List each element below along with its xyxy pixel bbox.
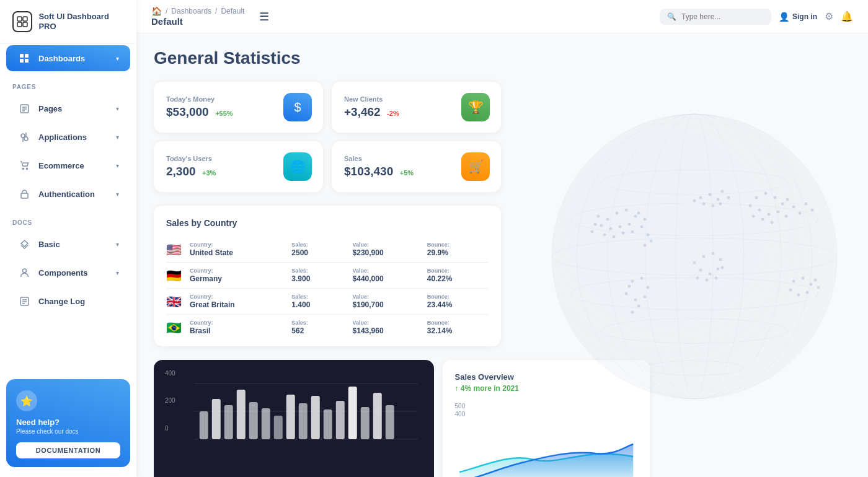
sidebar-item-pages[interactable]: Pages ▾ bbox=[6, 95, 130, 121]
hamburger-icon[interactable]: ☰ bbox=[259, 10, 269, 24]
value-col-gb: Value: $190,700 bbox=[353, 294, 421, 309]
bounce-col-gb: Bounce: 23.44% bbox=[427, 294, 489, 309]
stat-card-clients: New Clients +3,462 -2% 🏆 bbox=[332, 82, 501, 133]
svg-rect-122 bbox=[311, 396, 320, 439]
sidebar-item-label-auth: Authentication bbox=[38, 190, 108, 199]
stat-sales-icon: 🛒 bbox=[461, 152, 490, 181]
sign-in-button[interactable]: 👤 Sign in bbox=[779, 12, 817, 22]
page-breadcrumb-title: Default bbox=[151, 16, 244, 27]
main-content: 🏠 / Dashboards / Default Default ☰ 🔍 👤 S… bbox=[136, 0, 868, 477]
country-name-usa: United State bbox=[190, 248, 285, 257]
svg-point-42 bbox=[600, 224, 603, 227]
svg-rect-5 bbox=[25, 54, 29, 58]
svg-point-27 bbox=[601, 170, 787, 195]
svg-rect-114 bbox=[212, 399, 221, 439]
pages-icon bbox=[17, 102, 31, 115]
svg-point-59 bbox=[644, 295, 647, 299]
svg-point-17 bbox=[26, 168, 27, 169]
stat-card-users: Today's Users 2,300 +3% 🌐 bbox=[154, 141, 323, 192]
sidebar-item-label-changelog: Change Log bbox=[38, 297, 119, 306]
search-box[interactable]: 🔍 bbox=[660, 9, 771, 25]
sidebar-item-components[interactable]: Components ▾ bbox=[6, 260, 130, 286]
svg-point-56 bbox=[631, 280, 634, 283]
sidebar-item-dashboards[interactable]: Dashboards ▾ bbox=[6, 45, 130, 71]
svg-point-33 bbox=[608, 114, 781, 399]
svg-point-38 bbox=[634, 215, 637, 218]
svg-point-35 bbox=[606, 218, 609, 221]
stat-clients-icon: 🏆 bbox=[461, 93, 490, 121]
sidebar-item-label-pages: Pages bbox=[38, 104, 108, 113]
svg-point-85 bbox=[755, 196, 758, 199]
breadcrumb-dashboards[interactable]: Dashboards bbox=[171, 7, 211, 15]
svg-rect-4 bbox=[20, 54, 24, 58]
page-title: General Statistics bbox=[154, 48, 851, 68]
svg-point-76 bbox=[719, 258, 722, 261]
value-col-brasil: Value: $143,960 bbox=[353, 320, 421, 335]
stat-users-value: 2,300 bbox=[166, 165, 196, 178]
settings-icon[interactable]: ⚙ bbox=[825, 11, 833, 22]
svg-rect-128 bbox=[386, 405, 394, 439]
breadcrumb: 🏠 / Dashboards / Default bbox=[151, 6, 244, 16]
svg-rect-7 bbox=[25, 59, 29, 63]
svg-point-69 bbox=[702, 203, 706, 206]
svg-point-72 bbox=[727, 196, 730, 199]
documentation-button[interactable]: DOCUMENTATION bbox=[16, 442, 120, 458]
notifications-icon[interactable]: 🔔 bbox=[841, 11, 853, 22]
stat-money-change: +55% bbox=[215, 110, 232, 117]
sidebar-item-applications[interactable]: Applications ▾ bbox=[6, 124, 130, 150]
stat-users-info: Today's Users 2,300 +3% bbox=[166, 155, 216, 178]
country-col-gb: Country: Great Britain bbox=[190, 294, 285, 309]
svg-point-46 bbox=[631, 230, 634, 234]
svg-point-50 bbox=[597, 215, 600, 218]
charts-row: 400 200 0 bbox=[154, 360, 650, 477]
stat-users-change: +3% bbox=[202, 169, 216, 177]
stat-money-icon: $ bbox=[283, 93, 312, 121]
svg-point-48 bbox=[644, 218, 647, 221]
home-icon[interactable]: 🏠 bbox=[151, 6, 162, 16]
bounce-col-brasil: Bounce: 32.14% bbox=[427, 320, 489, 335]
svg-point-78 bbox=[709, 273, 712, 276]
svg-point-29 bbox=[601, 318, 787, 343]
sales-col-gb: Sales: 1.400 bbox=[291, 294, 346, 309]
stat-clients-label: New Clients bbox=[344, 95, 399, 103]
stat-sales-value-row: $103,430 +5% bbox=[344, 165, 414, 178]
stat-users-value-row: 2,300 +3% bbox=[166, 165, 216, 178]
sidebar-item-label-basic: Basic bbox=[38, 240, 108, 249]
svg-point-81 bbox=[696, 277, 699, 280]
search-input[interactable] bbox=[681, 12, 764, 21]
stat-clients-change: -2% bbox=[387, 110, 399, 117]
svg-point-94 bbox=[792, 206, 795, 209]
svg-point-104 bbox=[810, 283, 813, 286]
svg-point-89 bbox=[777, 211, 780, 214]
sidebar-logo: Soft UI Dashboard PRO bbox=[0, 0, 136, 44]
sales-col-germany: Sales: 3.900 bbox=[291, 268, 346, 283]
country-row-brasil: 🇧🇷 Country: Brasil Sales: 562 Value: $14… bbox=[166, 315, 489, 340]
svg-point-95 bbox=[785, 215, 788, 218]
sidebar-item-basic[interactable]: Basic ▾ bbox=[6, 231, 130, 257]
svg-point-28 bbox=[570, 278, 818, 310]
svg-point-102 bbox=[792, 280, 795, 283]
sales-by-country: Sales by Country 🇺🇸 Country: United Stat… bbox=[154, 206, 501, 346]
sidebar-item-changelog[interactable]: Change Log bbox=[6, 288, 130, 314]
svg-point-80 bbox=[693, 261, 696, 265]
svg-rect-3 bbox=[23, 22, 27, 27]
stat-money-info: Today's Money $53,000 +55% bbox=[166, 95, 233, 119]
sidebar-item-authentication[interactable]: Authentication ▾ bbox=[6, 181, 130, 207]
svg-point-70 bbox=[693, 199, 696, 203]
section-docs-label: DOCS bbox=[0, 208, 136, 230]
components-arrow: ▾ bbox=[116, 269, 119, 276]
flag-gb: 🇬🇧 bbox=[166, 294, 184, 309]
applications-arrow: ▾ bbox=[116, 134, 119, 141]
search-icon: 🔍 bbox=[667, 12, 676, 21]
svg-rect-126 bbox=[361, 407, 370, 439]
sales-col-usa: Sales: 2500 bbox=[291, 242, 346, 257]
svg-rect-2 bbox=[17, 22, 22, 27]
svg-point-61 bbox=[625, 292, 628, 295]
svg-point-103 bbox=[802, 277, 805, 280]
stat-money-value-row: $53,000 +55% bbox=[166, 105, 233, 119]
svg-point-107 bbox=[789, 289, 792, 292]
svg-point-100 bbox=[805, 203, 808, 206]
sidebar-item-ecommerce[interactable]: Ecommerce ▾ bbox=[6, 152, 130, 178]
svg-rect-119 bbox=[274, 416, 283, 439]
svg-point-98 bbox=[761, 218, 764, 221]
